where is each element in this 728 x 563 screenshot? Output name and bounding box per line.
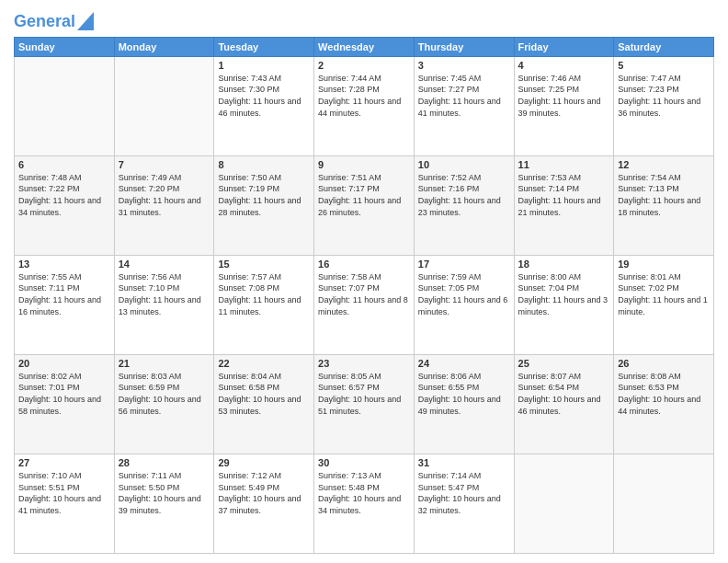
- calendar-cell: 6Sunrise: 7:48 AMSunset: 7:22 PMDaylight…: [15, 155, 115, 255]
- calendar-week-row: 13Sunrise: 7:55 AMSunset: 7:11 PMDayligh…: [15, 255, 714, 354]
- day-info: Sunrise: 7:56 AMSunset: 7:10 PMDaylight:…: [119, 271, 210, 317]
- calendar-cell: 11Sunrise: 7:53 AMSunset: 7:14 PMDayligh…: [514, 155, 614, 255]
- day-number: 1: [218, 60, 310, 71]
- day-info: Sunrise: 7:48 AMSunset: 7:22 PMDaylight:…: [18, 172, 110, 218]
- header: General: [14, 9, 714, 31]
- day-info: Sunrise: 7:49 AMSunset: 7:20 PMDaylight:…: [119, 172, 210, 218]
- day-info: Sunrise: 7:54 AMSunset: 7:13 PMDaylight:…: [618, 172, 710, 218]
- day-info: Sunrise: 8:02 AMSunset: 7:01 PMDaylight:…: [18, 371, 110, 417]
- day-number: 24: [418, 358, 510, 369]
- day-number: 28: [119, 457, 210, 468]
- calendar-week-row: 6Sunrise: 7:48 AMSunset: 7:22 PMDaylight…: [15, 155, 714, 255]
- day-info: Sunrise: 8:06 AMSunset: 6:55 PMDaylight:…: [418, 371, 510, 417]
- day-info: Sunrise: 7:57 AMSunset: 7:08 PMDaylight:…: [218, 271, 310, 317]
- day-info: Sunrise: 7:45 AMSunset: 7:27 PMDaylight:…: [418, 73, 510, 119]
- day-number: 6: [18, 159, 110, 170]
- calendar-cell: 10Sunrise: 7:52 AMSunset: 7:16 PMDayligh…: [414, 155, 514, 255]
- day-of-week-header: Sunday: [15, 37, 115, 56]
- day-number: 11: [518, 159, 610, 170]
- calendar-cell: 9Sunrise: 7:51 AMSunset: 7:17 PMDaylight…: [314, 155, 415, 255]
- day-info: Sunrise: 8:07 AMSunset: 6:54 PMDaylight:…: [518, 371, 610, 417]
- day-number: 10: [418, 159, 510, 170]
- calendar-cell: 31Sunrise: 7:14 AMSunset: 5:47 PMDayligh…: [414, 454, 514, 553]
- day-number: 14: [119, 259, 210, 270]
- day-info: Sunrise: 7:52 AMSunset: 7:16 PMDaylight:…: [418, 172, 510, 218]
- day-info: Sunrise: 8:00 AMSunset: 7:04 PMDaylight:…: [518, 271, 610, 317]
- calendar-cell: 23Sunrise: 8:05 AMSunset: 6:57 PMDayligh…: [314, 354, 415, 454]
- calendar-cell: 2Sunrise: 7:44 AMSunset: 7:28 PMDaylight…: [314, 56, 415, 155]
- day-info: Sunrise: 7:10 AMSunset: 5:51 PMDaylight:…: [18, 470, 110, 516]
- day-number: 25: [518, 358, 610, 369]
- day-number: 29: [218, 457, 310, 468]
- day-of-week-header: Monday: [114, 37, 214, 56]
- day-of-week-header: Wednesday: [314, 37, 415, 56]
- day-number: 12: [618, 159, 710, 170]
- calendar-cell: 20Sunrise: 8:02 AMSunset: 7:01 PMDayligh…: [15, 354, 115, 454]
- calendar-cell: 29Sunrise: 7:12 AMSunset: 5:49 PMDayligh…: [214, 454, 314, 553]
- calendar-cell: 5Sunrise: 7:47 AMSunset: 7:23 PMDaylight…: [614, 56, 714, 155]
- day-number: 5: [618, 60, 710, 71]
- calendar-cell: [15, 56, 115, 155]
- calendar-cell: 1Sunrise: 7:43 AMSunset: 7:30 PMDaylight…: [214, 56, 314, 155]
- day-number: 4: [518, 60, 610, 71]
- day-number: 21: [119, 358, 210, 369]
- day-info: Sunrise: 8:08 AMSunset: 6:53 PMDaylight:…: [618, 371, 710, 417]
- calendar-cell: 7Sunrise: 7:49 AMSunset: 7:20 PMDaylight…: [114, 155, 214, 255]
- day-info: Sunrise: 8:05 AMSunset: 6:57 PMDaylight:…: [318, 371, 410, 417]
- calendar-cell: [514, 454, 614, 553]
- calendar-cell: 30Sunrise: 7:13 AMSunset: 5:48 PMDayligh…: [314, 454, 415, 553]
- calendar-cell: 18Sunrise: 8:00 AMSunset: 7:04 PMDayligh…: [514, 255, 614, 354]
- day-info: Sunrise: 7:12 AMSunset: 5:49 PMDaylight:…: [218, 470, 310, 516]
- day-info: Sunrise: 7:55 AMSunset: 7:11 PMDaylight:…: [18, 271, 110, 317]
- calendar-cell: 16Sunrise: 7:58 AMSunset: 7:07 PMDayligh…: [314, 255, 415, 354]
- calendar-cell: 26Sunrise: 8:08 AMSunset: 6:53 PMDayligh…: [614, 354, 714, 454]
- calendar-cell: [114, 56, 214, 155]
- calendar-cell: 28Sunrise: 7:11 AMSunset: 5:50 PMDayligh…: [114, 454, 214, 553]
- day-number: 3: [418, 60, 510, 71]
- day-number: 7: [119, 159, 210, 170]
- calendar-cell: 8Sunrise: 7:50 AMSunset: 7:19 PMDaylight…: [214, 155, 314, 255]
- day-of-week-header: Tuesday: [214, 37, 314, 56]
- day-number: 20: [18, 358, 110, 369]
- calendar-week-row: 1Sunrise: 7:43 AMSunset: 7:30 PMDaylight…: [15, 56, 714, 155]
- day-number: 18: [518, 259, 610, 270]
- day-info: Sunrise: 8:01 AMSunset: 7:02 PMDaylight:…: [618, 271, 710, 317]
- calendar-cell: 24Sunrise: 8:06 AMSunset: 6:55 PMDayligh…: [414, 354, 514, 454]
- calendar-week-row: 27Sunrise: 7:10 AMSunset: 5:51 PMDayligh…: [15, 454, 714, 553]
- day-number: 26: [618, 358, 710, 369]
- day-number: 15: [218, 259, 310, 270]
- day-info: Sunrise: 7:50 AMSunset: 7:19 PMDaylight:…: [218, 172, 310, 218]
- calendar-cell: 25Sunrise: 8:07 AMSunset: 6:54 PMDayligh…: [514, 354, 614, 454]
- day-number: 27: [18, 457, 110, 468]
- day-info: Sunrise: 7:47 AMSunset: 7:23 PMDaylight:…: [618, 73, 710, 119]
- calendar-cell: 27Sunrise: 7:10 AMSunset: 5:51 PMDayligh…: [15, 454, 115, 553]
- day-info: Sunrise: 7:58 AMSunset: 7:07 PMDaylight:…: [318, 271, 410, 317]
- calendar-cell: 21Sunrise: 8:03 AMSunset: 6:59 PMDayligh…: [114, 354, 214, 454]
- day-number: 17: [418, 259, 510, 270]
- day-info: Sunrise: 8:04 AMSunset: 6:58 PMDaylight:…: [218, 371, 310, 417]
- day-number: 2: [318, 60, 410, 71]
- calendar-cell: [614, 454, 714, 553]
- day-number: 31: [418, 457, 510, 468]
- day-of-week-header: Friday: [514, 37, 614, 56]
- calendar-cell: 3Sunrise: 7:45 AMSunset: 7:27 PMDaylight…: [414, 56, 514, 155]
- calendar-cell: 4Sunrise: 7:46 AMSunset: 7:25 PMDaylight…: [514, 56, 614, 155]
- calendar-cell: 14Sunrise: 7:56 AMSunset: 7:10 PMDayligh…: [114, 255, 214, 354]
- day-info: Sunrise: 7:59 AMSunset: 7:05 PMDaylight:…: [418, 271, 510, 317]
- day-info: Sunrise: 7:13 AMSunset: 5:48 PMDaylight:…: [318, 470, 410, 516]
- day-info: Sunrise: 7:44 AMSunset: 7:28 PMDaylight:…: [318, 73, 410, 119]
- logo-text: General: [14, 13, 75, 31]
- day-number: 16: [318, 259, 410, 270]
- calendar-cell: 15Sunrise: 7:57 AMSunset: 7:08 PMDayligh…: [214, 255, 314, 354]
- day-number: 9: [318, 159, 410, 170]
- day-number: 8: [218, 159, 310, 170]
- calendar-week-row: 20Sunrise: 8:02 AMSunset: 7:01 PMDayligh…: [15, 354, 714, 454]
- calendar-cell: 22Sunrise: 8:04 AMSunset: 6:58 PMDayligh…: [214, 354, 314, 454]
- day-info: Sunrise: 8:03 AMSunset: 6:59 PMDaylight:…: [119, 371, 210, 417]
- calendar-table: SundayMondayTuesdayWednesdayThursdayFrid…: [14, 37, 714, 554]
- day-number: 19: [618, 259, 710, 270]
- day-info: Sunrise: 7:51 AMSunset: 7:17 PMDaylight:…: [318, 172, 410, 218]
- day-info: Sunrise: 7:11 AMSunset: 5:50 PMDaylight:…: [119, 470, 210, 516]
- day-info: Sunrise: 7:46 AMSunset: 7:25 PMDaylight:…: [518, 73, 610, 119]
- calendar-cell: 19Sunrise: 8:01 AMSunset: 7:02 PMDayligh…: [614, 255, 714, 354]
